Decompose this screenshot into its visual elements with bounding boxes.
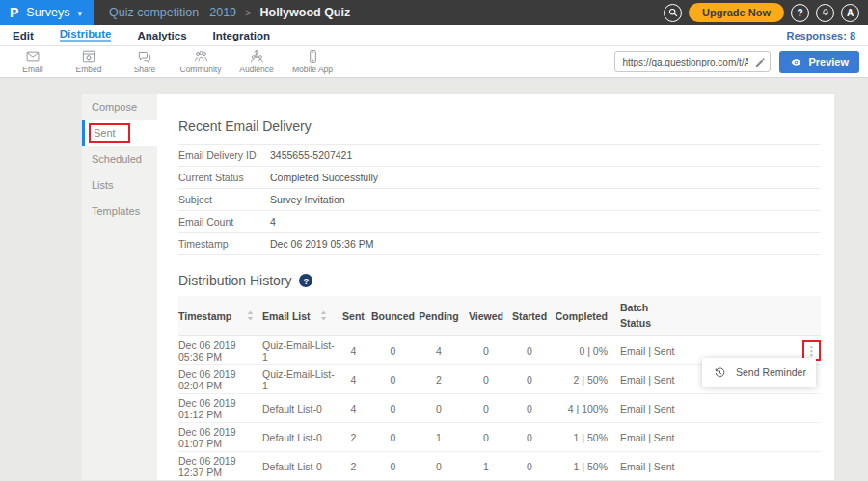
surveys-menu-label: Surveys [26, 6, 69, 19]
detail-row-email-delivery-id: Email Delivery ID 3455655-5207421 [178, 145, 821, 167]
channel-mobile-app[interactable]: Mobile App [285, 49, 340, 74]
surveys-menu[interactable]: P Surveys ▾ [0, 0, 94, 25]
upgrade-now-button[interactable]: Upgrade Now [689, 3, 784, 22]
cell-completed: 0 | 0% [550, 345, 612, 357]
survey-nav-tabs: Edit Distribute Analytics Integration Re… [0, 25, 868, 46]
channel-label: Community [180, 65, 222, 74]
bell-icon [821, 8, 830, 17]
column-header-sent: Sent [336, 310, 371, 322]
cell-completed: 2 | 50% [550, 374, 612, 386]
detail-label: Email Delivery ID [178, 149, 270, 161]
distribute-toolbar: Email Embed Share Community Audience Mob… [0, 46, 868, 78]
detail-value: Survey Invitation [270, 194, 345, 205]
distribution-history-help-icon[interactable]: ? [299, 274, 312, 287]
cell-started: 0 [509, 432, 550, 443]
search-icon [668, 8, 678, 17]
distribution-history-title-text: Distribution History [178, 273, 291, 288]
row-actions-menu: Send Reminder [702, 358, 816, 387]
tab-edit[interactable]: Edit [13, 30, 34, 41]
cell-completed: 1 | 50% [550, 461, 612, 472]
send-reminder-menu-item[interactable]: Send Reminder [714, 358, 816, 387]
questionpro-logo-icon: P [10, 5, 18, 20]
cell-bounced: 0 [371, 403, 415, 414]
sidebar-item-label: Compose [92, 101, 137, 113]
cell-started: 0 [509, 345, 550, 357]
help-button[interactable]: ? [791, 4, 809, 22]
cell-timestamp: Dec 06 2019 01:07 PM [178, 426, 262, 449]
detail-value: Completed Successfully [270, 172, 378, 183]
history-row: Dec 06 2019 01:07 PM Default List-0 2 0 … [178, 423, 821, 452]
column-header-timestamp[interactable]: Timestamp [178, 310, 262, 322]
pencil-icon [754, 57, 766, 68]
detail-label: Current Status [178, 172, 270, 183]
breadcrumb-separator-icon: > [245, 7, 251, 18]
channel-share[interactable]: Share [117, 49, 173, 74]
tab-distribute[interactable]: Distribute [60, 28, 112, 42]
mobile-app-icon [306, 49, 320, 64]
topbar-actions: Upgrade Now ? A [664, 3, 868, 22]
account-avatar-button[interactable]: A [841, 4, 859, 22]
detail-value: Dec 06 2019 05:36 PM [270, 238, 373, 250]
sidebar-item-lists[interactable]: Lists [82, 172, 157, 198]
sidebar-item-sent[interactable]: Sent [82, 120, 157, 146]
channel-audience[interactable]: Audience [229, 49, 285, 74]
sidebar-item-label: Scheduled [92, 153, 142, 165]
cell-viewed: 1 [463, 461, 509, 472]
sidebar-item-label: Sent [94, 127, 116, 139]
channel-embed[interactable]: Embed [61, 49, 117, 74]
cell-email-list: Quiz-Email-List-1 [262, 368, 336, 391]
cell-viewed: 0 [463, 345, 509, 357]
sidebar-item-label: Lists [92, 179, 114, 191]
sent-content-panel: Recent Email Delivery Email Delivery ID … [157, 94, 834, 480]
cell-viewed: 0 [463, 432, 509, 443]
sort-icon [320, 310, 327, 321]
breadcrumb-folder[interactable]: Quiz competition - 2019 [109, 6, 236, 19]
distribution-history-title: Distribution History ? [178, 273, 821, 288]
responses-count[interactable]: Responses: 8 [786, 30, 855, 41]
preview-label: Preview [808, 56, 849, 67]
preview-button[interactable]: Preview [779, 51, 859, 73]
cell-timestamp: Dec 06 2019 05:36 PM [178, 339, 262, 362]
column-header-completed: Completed [550, 310, 612, 322]
cell-sent: 4 [336, 374, 371, 386]
sidebar-item-compose[interactable]: Compose [82, 94, 157, 120]
cell-pending: 4 [415, 345, 463, 357]
detail-label: Timestamp [178, 238, 270, 250]
history-table-header: Timestamp Email List Sent Bounced Pendin… [178, 296, 821, 336]
sidebar-item-templates[interactable]: Templates [82, 198, 157, 224]
channel-community[interactable]: Community [173, 49, 229, 74]
sidebar-item-scheduled[interactable]: Scheduled [82, 146, 157, 172]
edit-url-button[interactable] [754, 55, 766, 72]
cell-bounced: 0 [371, 345, 415, 357]
history-row: Dec 06 2019 01:12 PM Default List-0 4 0 … [178, 394, 821, 423]
breadcrumb: Quiz competition - 2019 > Hollywood Quiz [109, 6, 350, 19]
channel-label: Audience [239, 65, 273, 74]
cell-bounced: 0 [371, 461, 415, 472]
survey-url-input[interactable] [614, 51, 771, 72]
search-button[interactable] [664, 4, 682, 22]
cell-batch-status: Email | Sent [612, 461, 800, 472]
cell-started: 0 [509, 461, 550, 472]
tab-integration[interactable]: Integration [213, 30, 270, 41]
cell-timestamp: Dec 06 2019 02:04 PM [178, 368, 262, 391]
recent-email-delivery-title: Recent Email Delivery [178, 119, 821, 134]
channel-email[interactable]: Email [5, 49, 61, 74]
recent-delivery-details: Email Delivery ID 3455655-5207421 Curren… [178, 144, 821, 255]
detail-value: 3455655-5207421 [270, 149, 352, 161]
detail-row-current-status: Current Status Completed Successfully [178, 167, 821, 189]
notifications-button[interactable] [816, 4, 834, 22]
row-actions-kebab-icon[interactable]: ⋮ [806, 345, 818, 357]
cell-pending: 0 [415, 461, 463, 472]
tab-analytics[interactable]: Analytics [137, 30, 186, 41]
cell-bounced: 0 [371, 374, 415, 386]
cell-viewed: 0 [463, 374, 509, 386]
detail-label: Subject [178, 194, 270, 205]
cell-started: 0 [509, 374, 550, 386]
cell-sent: 2 [336, 432, 371, 443]
cell-completed: 4 | 100% [550, 403, 612, 414]
column-label: Batch Status [612, 301, 651, 332]
column-header-pending: Pending [415, 310, 463, 322]
channel-label: Mobile App [292, 65, 333, 74]
email-icon [25, 49, 41, 64]
column-header-email-list[interactable]: Email List [262, 310, 336, 322]
